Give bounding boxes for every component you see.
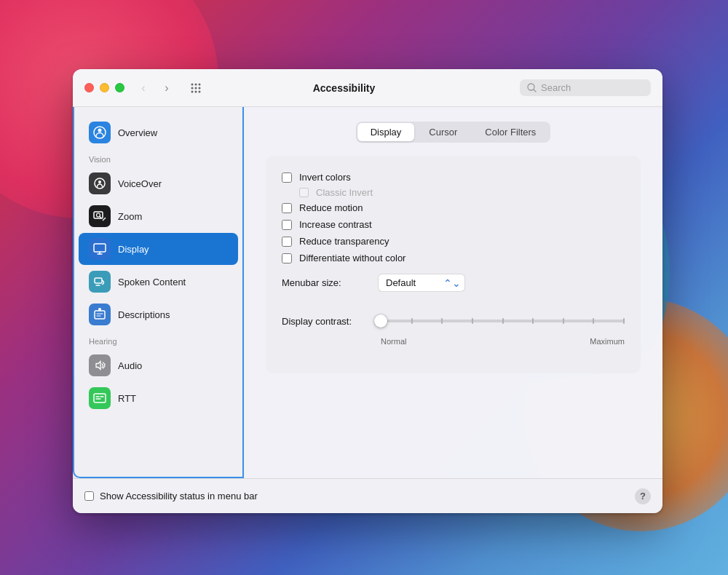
overview-icon [89,122,111,143]
accessibility-window: ‹ › Accessibility [73,69,662,513]
menubar-size-row: Menubar size: Default Large ⌃⌄ [282,266,625,299]
svg-point-6 [191,90,194,92]
slider-track [381,320,625,322]
minimize-button[interactable] [100,83,109,92]
slider-ticks [381,320,625,322]
invert-colors-label: Invert colors [299,172,351,183]
nav-buttons: ‹ › [133,78,177,98]
back-button[interactable]: ‹ [133,78,154,98]
sidebar-item-label-voiceover: VoiceOver [118,178,162,189]
sidebar-item-label-display: Display [118,244,149,255]
tab-bar: Display Cursor Color Filters [266,122,641,143]
sidebar-item-label-zoom: Zoom [118,211,142,222]
svg-point-2 [199,83,201,85]
display-contrast-section: Display contrast: [282,299,625,360]
sidebar-item-spoken-content[interactable]: Spoken Content [79,266,238,298]
display-icon [89,238,111,260]
contrast-max-label: Maximum [590,337,625,346]
svg-point-14 [98,181,101,183]
help-button[interactable]: ? [635,488,651,504]
maximize-button[interactable] [115,83,124,92]
invert-colors-checkbox[interactable] [282,172,292,183]
tick-9 [623,318,625,324]
svg-line-17 [100,216,101,218]
tick-8 [593,318,594,324]
search-box[interactable] [520,79,651,96]
tick-6 [532,318,534,324]
content-area: Overview Vision VoiceOver [73,107,662,478]
svg-point-12 [98,129,102,132]
settings-area: Invert colors Classic Invert Reduce moti… [266,156,641,373]
titlebar: ‹ › Accessibility [73,69,662,107]
sidebar-item-zoom[interactable]: Zoom [79,200,238,232]
contrast-slider-wrapper [381,314,625,328]
rtt-icon [89,387,111,409]
grid-icon[interactable] [186,78,206,98]
reduce-transparency-row: Reduce transparency [282,233,625,250]
tick-7 [563,318,564,324]
voiceover-icon [89,172,111,194]
tick-4 [472,318,473,324]
menubar-size-label: Menubar size: [282,277,369,288]
traffic-lights [84,83,124,92]
reduce-motion-row: Reduce motion [282,199,625,216]
sidebar-item-label-overview: Overview [118,127,157,138]
classic-invert-row: Classic Invert [299,186,625,199]
tab-color-filters[interactable]: Color Filters [472,123,549,141]
hearing-section-label: Hearing [74,331,242,349]
differentiate-color-row: Differentiate without color [282,250,625,266]
svg-point-8 [199,90,201,92]
reduce-motion-label: Reduce motion [299,202,363,213]
search-input[interactable] [541,82,636,93]
main-panel: Display Cursor Color Filters Invert colo… [244,107,662,478]
sidebar-item-label-audio: Audio [118,360,142,371]
sidebar-item-voiceover[interactable]: VoiceOver [79,167,238,199]
tab-display[interactable]: Display [357,123,415,141]
tick-5 [502,318,504,324]
invert-colors-row: Invert colors [282,169,625,186]
increase-contrast-label: Increase contrast [299,219,372,230]
sidebar-item-overview[interactable]: Overview [79,116,238,148]
svg-rect-27 [94,394,106,402]
tab-group: Display Cursor Color Filters [356,122,551,143]
sidebar-item-descriptions[interactable]: Descriptions [79,298,238,330]
svg-point-5 [199,87,201,89]
sidebar-item-label-rtt: RTT [118,393,136,404]
increase-contrast-checkbox[interactable] [282,220,292,230]
sidebar: Overview Vision VoiceOver [73,107,244,478]
close-button[interactable] [84,83,94,92]
sidebar-item-audio[interactable]: Audio [79,349,238,381]
svg-rect-18 [94,244,106,252]
menubar-size-select-wrapper: Default Large ⌃⌄ [378,274,465,292]
tick-3 [441,318,443,324]
zoom-icon [89,205,111,227]
show-accessibility-checkbox[interactable] [84,491,94,501]
svg-point-7 [195,90,197,92]
svg-point-3 [191,87,194,89]
tick-2 [411,318,413,324]
increase-contrast-row: Increase contrast [282,216,625,233]
svg-rect-21 [95,278,102,283]
reduce-motion-checkbox[interactable] [282,203,292,213]
classic-invert-checkbox[interactable] [299,188,309,197]
sidebar-item-label-spoken: Spoken Content [118,277,186,288]
svg-rect-23 [95,311,105,319]
window-title: Accessibility [212,82,476,94]
svg-point-0 [191,83,194,85]
reduce-transparency-label: Reduce transparency [299,236,389,247]
tab-cursor[interactable]: Cursor [416,123,470,141]
sidebar-item-label-descriptions: Descriptions [118,309,170,320]
svg-point-24 [98,308,101,311]
classic-invert-label: Classic Invert [316,187,373,198]
differentiate-color-checkbox[interactable] [282,253,292,263]
vision-section-label: Vision [74,149,242,167]
sidebar-item-rtt[interactable]: RTT [79,382,238,414]
reduce-transparency-checkbox[interactable] [282,237,292,247]
menubar-size-select[interactable]: Default Large [378,274,465,292]
bottom-bar: Show Accessibility status in menu bar ? [73,478,662,513]
forward-button[interactable]: › [157,78,177,98]
differentiate-color-label: Differentiate without color [299,253,405,263]
svg-line-10 [534,90,536,92]
sidebar-item-display[interactable]: Display [79,233,238,265]
slider-thumb[interactable] [374,314,387,328]
